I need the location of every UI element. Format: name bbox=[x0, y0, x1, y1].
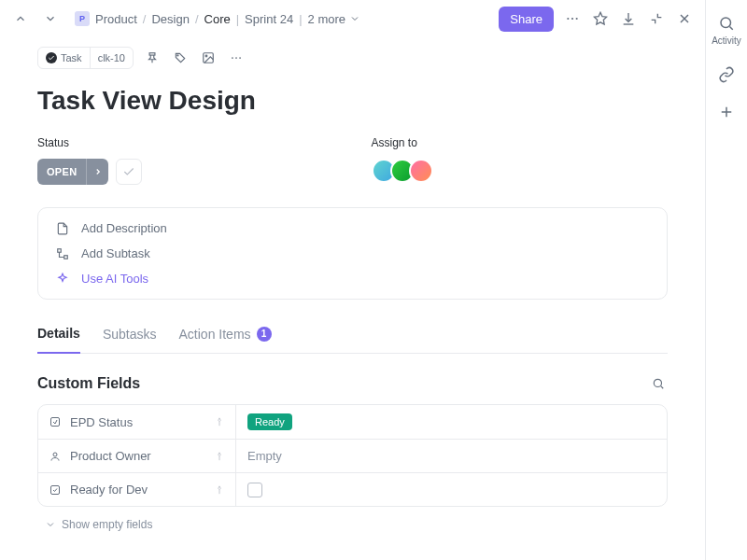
select-icon bbox=[49, 416, 61, 427]
use-ai-label: Use AI Tools bbox=[81, 272, 148, 286]
download-icon[interactable] bbox=[619, 9, 638, 28]
svg-marker-3 bbox=[594, 12, 606, 24]
checkbox-icon bbox=[49, 484, 61, 496]
breadcrumb-sep: | bbox=[236, 12, 239, 26]
custom-field-value-cell[interactable]: Ready bbox=[236, 413, 667, 430]
doc-icon bbox=[55, 222, 70, 235]
svg-point-21 bbox=[53, 453, 57, 456]
subtask-icon bbox=[55, 247, 70, 260]
tabs: Details Subtasks Action Items 1 bbox=[37, 326, 668, 354]
search-icon[interactable] bbox=[649, 374, 668, 393]
pin-icon[interactable] bbox=[215, 485, 224, 495]
svg-rect-7 bbox=[149, 53, 155, 55]
breadcrumb-sep: / bbox=[195, 12, 199, 26]
custom-fields-heading: Custom Fields bbox=[37, 375, 140, 392]
custom-field-row: Product Owner Empty bbox=[38, 439, 667, 472]
tag-icon[interactable] bbox=[171, 49, 190, 67]
breadcrumb-sep: / bbox=[143, 12, 147, 26]
nav-up-icon[interactable] bbox=[11, 9, 30, 28]
task-chip[interactable]: Task clk-10 bbox=[37, 47, 134, 69]
svg-point-12 bbox=[232, 57, 233, 59]
svg-point-1 bbox=[571, 18, 573, 20]
user-icon bbox=[49, 451, 61, 462]
add-description-button[interactable]: Add Description bbox=[55, 221, 650, 235]
custom-field-row: Ready for Dev bbox=[38, 472, 667, 506]
task-type-label: Task bbox=[61, 52, 82, 63]
mark-complete-button[interactable] bbox=[116, 159, 142, 185]
svg-rect-19 bbox=[51, 418, 60, 427]
ai-icon bbox=[55, 273, 70, 286]
activity-icon bbox=[718, 15, 735, 32]
breadcrumb-item[interactable]: Core bbox=[204, 12, 231, 26]
tab-subtasks[interactable]: Subtasks bbox=[103, 327, 157, 353]
svg-line-26 bbox=[729, 26, 732, 29]
right-sidebar: Activity bbox=[706, 0, 747, 560]
plus-icon bbox=[718, 104, 735, 120]
custom-field-name: Ready for Dev bbox=[70, 483, 148, 497]
breadcrumb-sprint[interactable]: Sprint 24 bbox=[245, 12, 293, 26]
image-icon[interactable] bbox=[199, 49, 218, 67]
custom-field-name: EPD Status bbox=[70, 415, 133, 429]
share-button[interactable]: Share bbox=[499, 7, 554, 32]
use-ai-button[interactable]: Use AI Tools bbox=[55, 272, 650, 286]
pin-icon[interactable] bbox=[215, 452, 224, 461]
avatar[interactable] bbox=[409, 159, 433, 183]
activity-label: Activity bbox=[712, 35, 741, 46]
task-id: clk-10 bbox=[90, 48, 133, 68]
svg-point-11 bbox=[205, 55, 207, 57]
svg-point-2 bbox=[576, 18, 578, 20]
svg-rect-16 bbox=[64, 255, 68, 259]
svg-line-18 bbox=[661, 386, 664, 389]
add-subtask-button[interactable]: Add Subtask bbox=[55, 246, 650, 260]
pin-icon[interactable] bbox=[143, 49, 162, 67]
link-icon bbox=[718, 66, 735, 83]
tab-action-items-label: Action Items bbox=[179, 327, 251, 342]
custom-field-value-cell[interactable] bbox=[236, 483, 667, 497]
svg-point-13 bbox=[235, 57, 237, 59]
breadcrumb-item[interactable]: Design bbox=[151, 12, 189, 26]
status-pill[interactable]: OPEN bbox=[37, 159, 108, 185]
svg-point-14 bbox=[239, 57, 241, 59]
collapse-icon[interactable] bbox=[647, 9, 666, 28]
breadcrumb: P Product / Design / Core | Sprint 24 | … bbox=[75, 11, 360, 26]
show-empty-toggle[interactable]: Show empty fields bbox=[37, 518, 668, 531]
chevron-down-icon bbox=[349, 13, 360, 24]
task-meta: Task clk-10 bbox=[37, 47, 668, 69]
close-icon[interactable] bbox=[675, 9, 694, 28]
checkbox[interactable] bbox=[247, 483, 262, 497]
assign-label: Assign to bbox=[372, 136, 669, 149]
activity-panel-button[interactable]: Activity bbox=[712, 15, 741, 46]
add-panel-button[interactable] bbox=[718, 104, 735, 120]
custom-field-value: Empty bbox=[247, 449, 282, 463]
custom-field-row: EPD Status Ready bbox=[38, 405, 667, 439]
status-badge: Ready bbox=[247, 413, 292, 430]
more-menu-icon[interactable] bbox=[563, 9, 582, 28]
add-subtask-label: Add Subtask bbox=[81, 246, 150, 260]
nav-down-icon[interactable] bbox=[41, 9, 60, 28]
tab-action-items[interactable]: Action Items 1 bbox=[179, 327, 272, 353]
task-title[interactable]: Task View Design bbox=[37, 86, 668, 116]
tab-details[interactable]: Details bbox=[37, 326, 80, 354]
svg-point-25 bbox=[721, 18, 731, 28]
star-icon[interactable] bbox=[591, 9, 610, 28]
assignee-avatars[interactable] bbox=[372, 159, 669, 183]
workspace-avatar-icon[interactable]: P bbox=[75, 11, 90, 26]
description-box: Add Description Add Subtask Use AI Tools bbox=[37, 207, 668, 300]
more-icon[interactable] bbox=[227, 49, 246, 67]
show-empty-label: Show empty fields bbox=[62, 518, 152, 531]
svg-rect-23 bbox=[51, 485, 60, 494]
topbar: P Product / Design / Core | Sprint 24 | … bbox=[0, 0, 705, 37]
breadcrumb-item[interactable]: Product bbox=[95, 12, 137, 26]
svg-point-17 bbox=[654, 379, 661, 386]
status-label: Status bbox=[37, 136, 334, 149]
breadcrumb-sep: | bbox=[299, 12, 302, 26]
custom-fields-table: EPD Status Ready Product Owner Empty bbox=[37, 404, 668, 507]
custom-field-value-cell[interactable]: Empty bbox=[236, 449, 667, 463]
breadcrumb-more[interactable]: 2 more bbox=[308, 12, 360, 26]
action-items-count: 1 bbox=[257, 327, 272, 342]
status-value: OPEN bbox=[37, 166, 86, 177]
status-next-icon[interactable] bbox=[86, 159, 108, 185]
pin-icon[interactable] bbox=[215, 417, 224, 427]
task-type-dot-icon bbox=[46, 52, 57, 63]
link-panel-button[interactable] bbox=[718, 66, 735, 83]
